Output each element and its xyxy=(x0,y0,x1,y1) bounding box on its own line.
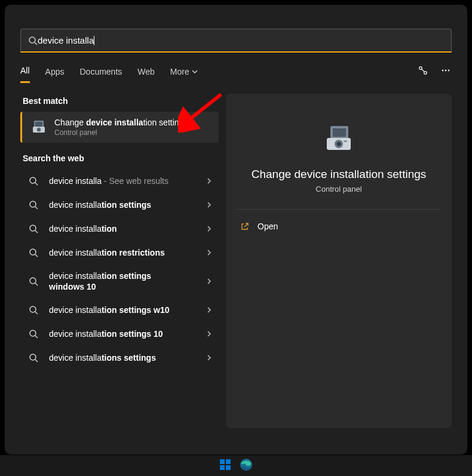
search-icon xyxy=(29,353,38,363)
search-icon xyxy=(29,176,38,186)
web-result-text: device installation restrictions xyxy=(49,247,195,258)
preview-pane: Change device installation settings Cont… xyxy=(226,94,452,428)
chevron-right-icon xyxy=(206,330,213,337)
svg-line-24 xyxy=(35,312,38,314)
filter-tabs: All Apps Documents Web More xyxy=(20,66,452,83)
web-result-text: device installation settings 10 xyxy=(49,328,195,339)
svg-rect-41 xyxy=(226,465,231,470)
search-box[interactable]: device installa xyxy=(20,29,452,53)
search-icon xyxy=(28,36,38,45)
text-caret xyxy=(94,36,94,45)
svg-point-13 xyxy=(30,177,36,183)
web-result-item[interactable]: device installations settings xyxy=(20,346,219,370)
web-result-item[interactable]: device installa - See web results xyxy=(20,169,219,193)
search-icon xyxy=(29,224,38,234)
tab-documents[interactable]: Documents xyxy=(79,67,122,82)
open-label: Open xyxy=(258,222,278,231)
svg-point-7 xyxy=(448,70,450,72)
svg-rect-9 xyxy=(35,122,42,127)
chevron-right-icon xyxy=(206,225,213,232)
web-result-item[interactable]: device installation settings w10 xyxy=(20,298,219,322)
connector-icon[interactable] xyxy=(417,65,429,76)
svg-line-35 xyxy=(244,223,248,227)
svg-point-15 xyxy=(30,201,36,207)
chevron-right-icon xyxy=(206,249,213,256)
svg-line-16 xyxy=(35,207,38,209)
web-result-item[interactable]: device installation settings windows 10 xyxy=(20,265,219,298)
tab-more[interactable]: More xyxy=(170,67,198,82)
chevron-right-icon xyxy=(206,278,213,285)
svg-line-20 xyxy=(35,254,38,257)
best-match-subtitle: Control panel xyxy=(54,128,188,137)
svg-line-1 xyxy=(35,42,37,45)
svg-point-12 xyxy=(38,128,40,131)
chevron-right-icon xyxy=(206,201,213,208)
divider xyxy=(237,209,441,210)
search-icon xyxy=(29,200,38,210)
tab-all[interactable]: All xyxy=(20,66,30,83)
best-match-header: Best match xyxy=(23,96,219,106)
svg-rect-40 xyxy=(220,465,225,470)
best-match-result[interactable]: Change device installation settings Cont… xyxy=(20,112,219,143)
web-result-item[interactable]: device installation restrictions xyxy=(20,241,219,265)
svg-line-22 xyxy=(35,283,38,285)
more-options-icon[interactable] xyxy=(440,65,452,76)
preview-subtitle: Control panel xyxy=(237,185,441,194)
svg-point-17 xyxy=(30,225,36,231)
web-result-item[interactable]: device installation settings xyxy=(20,193,219,217)
web-result-text: device installa - See web results xyxy=(49,176,195,186)
web-result-text: device installation settings w10 xyxy=(49,305,195,315)
svg-line-4 xyxy=(422,69,425,72)
svg-line-14 xyxy=(35,183,38,185)
search-icon xyxy=(29,329,38,339)
taskbar xyxy=(0,454,472,476)
svg-rect-34 xyxy=(344,140,347,142)
chevron-down-icon xyxy=(192,69,198,75)
web-results-list: device installa - See web resultsdevice … xyxy=(20,169,219,370)
preview-title: Change device installation settings xyxy=(237,168,441,181)
chevron-right-icon xyxy=(206,177,213,185)
svg-point-0 xyxy=(29,37,35,43)
svg-line-18 xyxy=(35,231,38,233)
search-icon xyxy=(29,277,38,286)
search-icon xyxy=(29,305,38,315)
chevron-right-icon xyxy=(206,306,213,314)
svg-point-19 xyxy=(30,249,36,255)
web-result-text: device installation settings xyxy=(49,199,195,210)
svg-point-23 xyxy=(30,306,36,312)
preview-device-icon xyxy=(321,121,357,157)
svg-point-5 xyxy=(442,70,444,72)
open-action[interactable]: Open xyxy=(237,217,441,236)
svg-rect-30 xyxy=(333,128,346,137)
web-result-text: device installation settings windows 10 xyxy=(49,271,195,292)
chevron-right-icon xyxy=(206,354,213,361)
svg-line-26 xyxy=(35,336,38,338)
search-icon xyxy=(29,248,38,257)
web-result-item[interactable]: device installation xyxy=(20,217,219,241)
svg-point-6 xyxy=(445,70,447,72)
start-button[interactable] xyxy=(219,459,231,473)
device-installation-icon xyxy=(30,119,47,136)
open-external-icon xyxy=(240,222,249,231)
web-result-text: device installation xyxy=(49,223,195,234)
best-match-title: Change device installation settings xyxy=(54,118,188,127)
svg-point-33 xyxy=(337,142,341,146)
web-result-item[interactable]: device installation settings 10 xyxy=(20,322,219,346)
start-search-panel: device installa All Apps Documents Web M… xyxy=(5,5,467,454)
edge-browser-icon[interactable] xyxy=(240,458,253,474)
search-web-header: Search the web xyxy=(23,153,219,163)
svg-rect-38 xyxy=(220,459,225,464)
tab-apps[interactable]: Apps xyxy=(45,67,65,82)
web-result-text: device installations settings xyxy=(49,352,195,363)
tab-web[interactable]: Web xyxy=(137,67,155,82)
svg-line-28 xyxy=(35,360,38,362)
svg-point-25 xyxy=(30,330,36,336)
search-input-text[interactable]: device installa xyxy=(38,35,94,45)
results-column: Best match Change device installation se… xyxy=(20,94,219,428)
svg-rect-39 xyxy=(226,459,231,464)
svg-point-27 xyxy=(30,354,36,360)
svg-point-21 xyxy=(30,278,36,284)
